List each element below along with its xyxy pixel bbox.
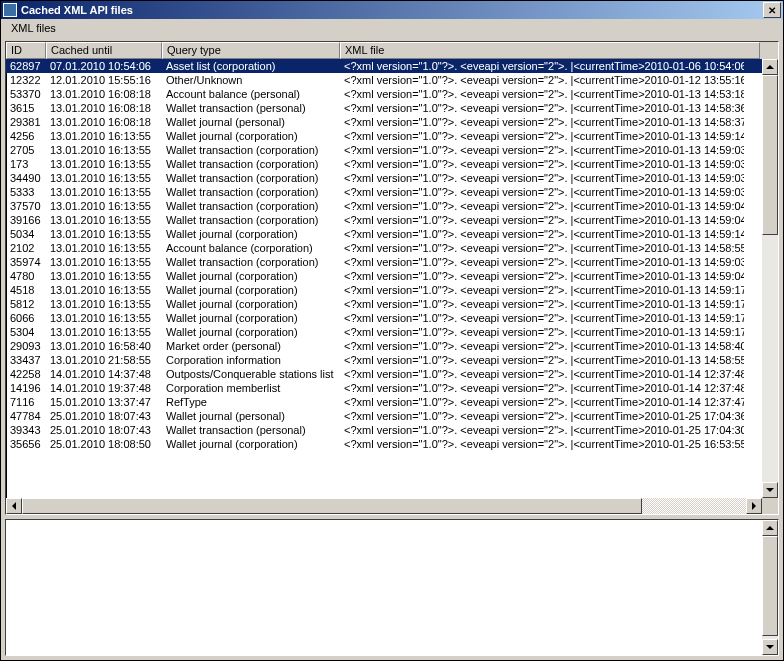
table-row[interactable]: 6289707.01.2010 10:54:06Asset list (corp… <box>6 59 778 73</box>
cell-cached-until: 25.01.2010 18:07:43 <box>46 423 162 437</box>
table-row[interactable]: 606613.01.2010 16:13:55Wallet journal (c… <box>6 311 778 325</box>
cell-id: 5304 <box>6 325 46 339</box>
table-row[interactable]: 2909313.01.2010 16:58:40Market order (pe… <box>6 339 778 353</box>
listview-body[interactable]: 6289707.01.2010 10:54:06Asset list (corp… <box>6 59 778 514</box>
cell-query-type: Wallet transaction (corporation) <box>162 185 340 199</box>
cell-cached-until: 13.01.2010 16:13:55 <box>46 311 162 325</box>
arrow-down-icon <box>766 645 774 649</box>
header-cached-until[interactable]: Cached until <box>46 42 162 59</box>
table-row[interactable]: 478013.01.2010 16:13:55Wallet journal (c… <box>6 269 778 283</box>
cell-query-type: Wallet journal (corporation) <box>162 227 340 241</box>
cell-query-type: Wallet journal (corporation) <box>162 311 340 325</box>
app-icon <box>3 3 17 17</box>
cell-cached-until: 14.01.2010 19:37:48 <box>46 381 162 395</box>
cell-cached-until: 13.01.2010 16:13:55 <box>46 283 162 297</box>
table-row[interactable]: 3565625.01.2010 18:08:50Wallet journal (… <box>6 437 778 451</box>
table-row[interactable]: 533313.01.2010 16:13:55Wallet transactio… <box>6 185 778 199</box>
cell-cached-until: 12.01.2010 15:55:16 <box>46 73 162 87</box>
cell-cached-until: 13.01.2010 16:13:55 <box>46 227 162 241</box>
table-row[interactable]: 3343713.01.2010 21:58:55Corporation info… <box>6 353 778 367</box>
detail-scroll-down-button[interactable] <box>762 639 778 655</box>
table-row[interactable]: 270513.01.2010 16:13:55Wallet transactio… <box>6 143 778 157</box>
cell-id: 173 <box>6 157 46 171</box>
table-row[interactable]: 2938113.01.2010 16:08:18Wallet journal (… <box>6 115 778 129</box>
listview-hscroll[interactable] <box>6 498 762 514</box>
cell-xml-file: <?xml version="1.0"?>. <eveapi version="… <box>340 339 744 353</box>
cell-id: 7116 <box>6 395 46 409</box>
cache-listview[interactable]: ID Cached until Query type XML file 6289… <box>5 41 779 515</box>
cell-xml-file: <?xml version="1.0"?>. <eveapi version="… <box>340 395 744 409</box>
listview-headers: ID Cached until Query type XML file <box>6 42 778 59</box>
client-area: ID Cached until Query type XML file 6289… <box>1 37 783 660</box>
scroll-up-button[interactable] <box>762 59 778 75</box>
table-row[interactable]: 425613.01.2010 16:13:55Wallet journal (c… <box>6 129 778 143</box>
header-id[interactable]: ID <box>6 42 46 59</box>
table-row[interactable]: 3934325.01.2010 18:07:43Wallet transacti… <box>6 423 778 437</box>
cell-query-type: Outposts/Conquerable stations list <box>162 367 340 381</box>
detail-textarea[interactable] <box>6 520 778 655</box>
table-row[interactable]: 361513.01.2010 16:08:18Wallet transactio… <box>6 101 778 115</box>
cell-xml-file: <?xml version="1.0"?>. <eveapi version="… <box>340 381 744 395</box>
cell-cached-until: 14.01.2010 14:37:48 <box>46 367 162 381</box>
header-query-type[interactable]: Query type <box>162 42 340 59</box>
titlebar[interactable]: Cached XML API files ✕ <box>1 1 783 19</box>
table-row[interactable]: 503413.01.2010 16:13:55Wallet journal (c… <box>6 227 778 241</box>
cell-xml-file: <?xml version="1.0"?>. <eveapi version="… <box>340 115 744 129</box>
cell-cached-until: 13.01.2010 16:13:55 <box>46 171 162 185</box>
table-row[interactable]: 4225814.01.2010 14:37:48Outposts/Conquer… <box>6 367 778 381</box>
table-row[interactable]: 1419614.01.2010 19:37:48Corporation memb… <box>6 381 778 395</box>
cell-xml-file: <?xml version="1.0"?>. <eveapi version="… <box>340 269 744 283</box>
scroll-right-button[interactable] <box>746 498 762 514</box>
hscroll-thumb[interactable] <box>22 498 642 514</box>
detail-vscroll[interactable] <box>762 520 778 655</box>
table-row[interactable]: 3449013.01.2010 16:13:55Wallet transacti… <box>6 171 778 185</box>
table-row[interactable]: 3757013.01.2010 16:13:55Wallet transacti… <box>6 199 778 213</box>
hscroll-track[interactable] <box>22 498 746 514</box>
scroll-left-button[interactable] <box>6 498 22 514</box>
cell-xml-file: <?xml version="1.0"?>. <eveapi version="… <box>340 199 744 213</box>
cell-cached-until: 13.01.2010 16:13:55 <box>46 199 162 213</box>
table-row[interactable]: 1232212.01.2010 15:55:16Other/Unknown<?x… <box>6 73 778 87</box>
menu-xml-files[interactable]: XML files <box>5 21 62 35</box>
detail-scroll-up-button[interactable] <box>762 520 778 536</box>
cell-xml-file: <?xml version="1.0"?>. <eveapi version="… <box>340 325 744 339</box>
scroll-down-button[interactable] <box>762 482 778 498</box>
arrow-up-icon <box>766 526 774 530</box>
cell-query-type: Account balance (personal) <box>162 87 340 101</box>
table-row[interactable]: 530413.01.2010 16:13:55Wallet journal (c… <box>6 325 778 339</box>
detail-vscroll-track[interactable] <box>762 536 778 639</box>
table-row[interactable]: 17313.01.2010 16:13:55Wallet transaction… <box>6 157 778 171</box>
table-row[interactable]: 3916613.01.2010 16:13:55Wallet transacti… <box>6 213 778 227</box>
cell-id: 3615 <box>6 101 46 115</box>
close-button[interactable]: ✕ <box>763 2 781 18</box>
cell-cached-until: 13.01.2010 16:13:55 <box>46 129 162 143</box>
arrow-down-icon <box>766 488 774 492</box>
header-xml-file[interactable]: XML file <box>340 42 760 59</box>
detail-panel <box>5 519 779 656</box>
cell-cached-until: 15.01.2010 13:37:47 <box>46 395 162 409</box>
cell-xml-file: <?xml version="1.0"?>. <eveapi version="… <box>340 311 744 325</box>
cell-id: 39166 <box>6 213 46 227</box>
cell-xml-file: <?xml version="1.0"?>. <eveapi version="… <box>340 353 744 367</box>
cell-id: 5333 <box>6 185 46 199</box>
table-row[interactable]: 4778425.01.2010 18:07:43Wallet journal (… <box>6 409 778 423</box>
cell-id: 12322 <box>6 73 46 87</box>
cell-id: 29093 <box>6 339 46 353</box>
cell-xml-file: <?xml version="1.0"?>. <eveapi version="… <box>340 255 744 269</box>
cell-cached-until: 13.01.2010 16:08:18 <box>46 101 162 115</box>
cell-cached-until: 13.01.2010 16:13:55 <box>46 185 162 199</box>
vscroll-track[interactable] <box>762 75 778 482</box>
cell-query-type: Other/Unknown <box>162 73 340 87</box>
table-row[interactable]: 581213.01.2010 16:13:55Wallet journal (c… <box>6 297 778 311</box>
detail-vscroll-thumb[interactable] <box>762 536 778 636</box>
cell-xml-file: <?xml version="1.0"?>. <eveapi version="… <box>340 73 744 87</box>
listview-vscroll[interactable] <box>762 59 778 498</box>
vscroll-thumb[interactable] <box>762 75 778 235</box>
table-row[interactable]: 451813.01.2010 16:13:55Wallet journal (c… <box>6 283 778 297</box>
table-row[interactable]: 3597413.01.2010 16:13:55Wallet transacti… <box>6 255 778 269</box>
table-row[interactable]: 5337013.01.2010 16:08:18Account balance … <box>6 87 778 101</box>
cell-xml-file: <?xml version="1.0"?>. <eveapi version="… <box>340 437 744 451</box>
cell-query-type: Account balance (corporation) <box>162 241 340 255</box>
table-row[interactable]: 711615.01.2010 13:37:47RefType<?xml vers… <box>6 395 778 409</box>
table-row[interactable]: 210213.01.2010 16:13:55Account balance (… <box>6 241 778 255</box>
